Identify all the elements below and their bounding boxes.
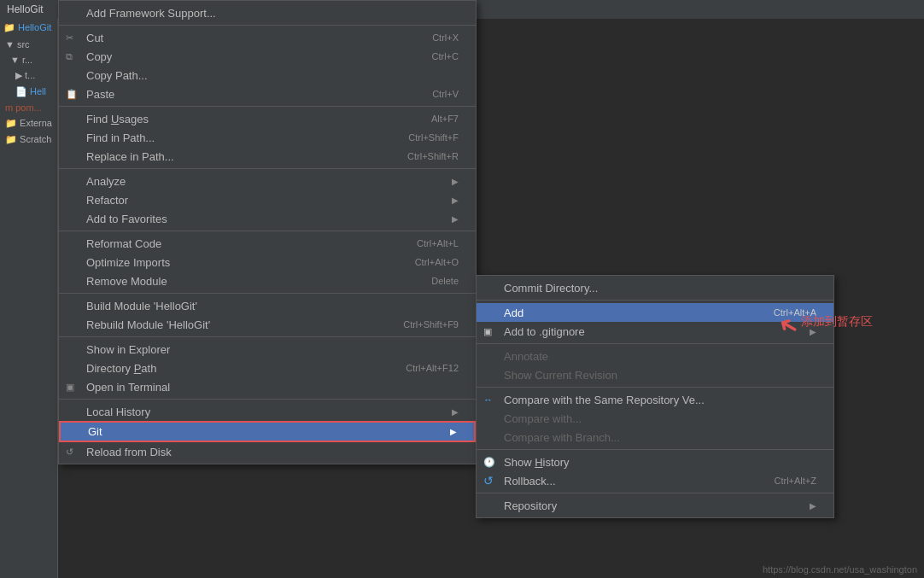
- menu-label-reformat-code: Reformat Code: [86, 237, 161, 250]
- menu-item-reload-from-disk[interactable]: ↺ Reload from Disk: [59, 442, 476, 461]
- arrow-refactor: ▶: [452, 196, 459, 205]
- menu-item-add-to-favorites[interactable]: Add to Favorites ▶: [59, 209, 476, 228]
- menu-label-refactor: Refactor: [86, 194, 128, 207]
- menu-item-git[interactable]: Git ▶: [59, 421, 476, 442]
- menu-label-copy-path: Copy Path...: [86, 69, 148, 82]
- menu-label-rebuild-module: Rebuild Module 'HelloGit': [86, 318, 210, 331]
- menu-label-add-framework: Add Framework Support...: [86, 7, 216, 20]
- sidebar: 📁 HelloGit ▼ src ▼ r... ▶ t... 📄 Hell m …: [0, 19, 58, 578]
- menu-divider-5: [59, 293, 476, 294]
- menu-item-paste[interactable]: 📋 Paste Ctrl+V: [59, 85, 476, 103]
- menu-label-cut: Cut: [86, 32, 103, 44]
- sidebar-item-src[interactable]: ▼ src: [0, 37, 57, 52]
- menu-item-optimize-imports[interactable]: Optimize Imports Ctrl+Alt+O: [59, 253, 476, 271]
- menu-item-add-framework[interactable]: Add Framework Support...: [59, 3, 476, 22]
- gitignore-icon: ▣: [483, 326, 492, 337]
- submenu-divider-1: [477, 300, 833, 301]
- sidebar-item-pom[interactable]: m pom...: [0, 100, 57, 115]
- arrow-local-history: ▶: [452, 407, 459, 417]
- submenu-git: Commit Directory... Add Ctrl+Alt+A ▣ Add…: [476, 275, 834, 518]
- submenu-label-compare-with-branch: Compare with Branch...: [504, 431, 620, 444]
- submenu-divider-2: [477, 343, 833, 344]
- menu-item-show-in-explorer[interactable]: Show in Explorer: [59, 340, 476, 359]
- menu-label-copy: Copy: [86, 50, 112, 63]
- menu-divider-2: [59, 106, 476, 107]
- menu-label-analyze: Analyze: [86, 175, 126, 188]
- menu-item-refactor[interactable]: Refactor ▶: [59, 190, 476, 209]
- menu-label-find-usages: Find Usages: [86, 113, 149, 126]
- submenu-item-add[interactable]: Add Ctrl+Alt+A: [477, 303, 833, 322]
- submenu-label-repository: Repository: [504, 499, 557, 512]
- submenu-item-compare-same-repo[interactable]: ↔ Compare with the Same Repository Ve...: [477, 390, 833, 409]
- rollback-icon: ↺: [483, 474, 494, 488]
- submenu-label-show-history: Show History: [504, 456, 570, 469]
- sidebar-item-scratch[interactable]: 📁 Scratch: [0, 131, 57, 148]
- menu-item-copy[interactable]: ⧉ Copy Ctrl+C: [59, 47, 476, 66]
- submenu-divider-4: [477, 449, 833, 450]
- menu-item-reformat-code[interactable]: Reformat Code Ctrl+Alt+L: [59, 234, 476, 253]
- menu-item-copy-path[interactable]: Copy Path...: [59, 66, 476, 85]
- menu-item-open-in-terminal[interactable]: ▣ Open in Terminal: [59, 377, 476, 396]
- shortcut-copy: Ctrl+C: [432, 51, 459, 61]
- menu-label-replace-in-path: Replace in Path...: [86, 150, 174, 163]
- context-menu: Add Framework Support... ✂ Cut Ctrl+X ⧉ …: [58, 0, 477, 464]
- menu-label-optimize-imports: Optimize Imports: [86, 256, 170, 269]
- menu-label-open-in-terminal: Open in Terminal: [86, 381, 170, 394]
- menu-label-find-in-path: Find in Path...: [86, 131, 155, 144]
- menu-divider-6: [59, 336, 476, 337]
- submenu-item-repository[interactable]: Repository ▶: [477, 496, 833, 515]
- shortcut-paste: Ctrl+V: [432, 89, 459, 99]
- sidebar-item-externa[interactable]: 📁 Externa: [0, 115, 57, 131]
- menu-label-local-history: Local History: [86, 406, 150, 418]
- menu-item-local-history[interactable]: Local History ▶: [59, 402, 476, 421]
- menu-item-find-usages[interactable]: Find Usages Alt+F7: [59, 109, 476, 128]
- menu-label-directory-path: Directory Path: [86, 362, 156, 375]
- submenu-item-compare-with-branch: Compare with Branch...: [477, 428, 833, 447]
- watermark: https://blog.csdn.net/usa_washington: [763, 564, 917, 575]
- cut-icon: ✂: [66, 32, 73, 44]
- submenu-item-show-history[interactable]: 🕐 Show History: [477, 452, 833, 471]
- menu-item-directory-path[interactable]: Directory Path Ctrl+Alt+F12: [59, 359, 476, 377]
- menu-item-find-in-path[interactable]: Find in Path... Ctrl+Shift+F: [59, 128, 476, 147]
- menu-item-build-module[interactable]: Build Module 'HelloGit': [59, 296, 476, 315]
- menu-item-cut[interactable]: ✂ Cut Ctrl+X: [59, 28, 476, 47]
- submenu-item-annotate: Annotate: [477, 347, 833, 365]
- submenu-label-compare-same-repo: Compare with the Same Repository Ve...: [504, 394, 705, 406]
- submenu-label-add-to-gitignore: Add to .gitignore: [504, 325, 585, 338]
- arrow-git: ▶: [450, 427, 457, 436]
- submenu-label-show-current-revision: Show Current Revision: [504, 369, 617, 382]
- submenu-divider-3: [477, 387, 833, 388]
- menu-item-analyze[interactable]: Analyze ▶: [59, 172, 476, 190]
- menu-divider-1: [59, 25, 476, 26]
- shortcut-replace-in-path: Ctrl+Shift+R: [407, 151, 459, 161]
- shortcut-rollback: Ctrl+Alt+Z: [774, 476, 816, 486]
- submenu-label-compare-with: Compare with...: [504, 412, 582, 425]
- shortcut-find-in-path: Ctrl+Shift+F: [408, 132, 459, 143]
- menu-label-add-to-favorites: Add to Favorites: [86, 213, 167, 225]
- sidebar-item-hell[interactable]: 📄 Hell: [0, 84, 57, 100]
- submenu-label-annotate: Annotate: [504, 350, 548, 363]
- shortcut-rebuild-module: Ctrl+Shift+F9: [403, 319, 459, 330]
- sidebar-item-t[interactable]: ▶ t...: [0, 67, 57, 84]
- sidebar-item-hellogit[interactable]: 📁 HelloGit: [0, 19, 57, 37]
- submenu-item-compare-with: Compare with...: [477, 409, 833, 428]
- sidebar-item-r[interactable]: ▼ r...: [0, 52, 57, 67]
- submenu-item-show-current-revision: Show Current Revision: [477, 365, 833, 384]
- submenu-item-commit-directory[interactable]: Commit Directory...: [477, 278, 833, 297]
- submenu-divider-5: [477, 493, 833, 493]
- menu-item-replace-in-path[interactable]: Replace in Path... Ctrl+Shift+R: [59, 147, 476, 166]
- shortcut-remove-module: Delete: [431, 276, 459, 286]
- paste-icon: 📋: [66, 89, 78, 100]
- menu-label-reload-from-disk: Reload from Disk: [86, 446, 172, 458]
- menu-divider-4: [59, 231, 476, 231]
- app-title: HelloGit: [7, 3, 44, 15]
- submenu-item-rollback[interactable]: ↺ Rollback... Ctrl+Alt+Z: [477, 471, 833, 490]
- shortcut-reformat-code: Ctrl+Alt+L: [417, 238, 459, 248]
- submenu-label-add: Add: [504, 307, 523, 319]
- menu-divider-3: [59, 168, 476, 169]
- menu-label-build-module: Build Module 'HelloGit': [86, 300, 197, 312]
- menu-item-rebuild-module[interactable]: Rebuild Module 'HelloGit' Ctrl+Shift+F9: [59, 315, 476, 334]
- submenu-label-rollback: Rollback...: [504, 475, 556, 488]
- history-icon: 🕐: [483, 457, 495, 468]
- menu-item-remove-module[interactable]: Remove Module Delete: [59, 271, 476, 290]
